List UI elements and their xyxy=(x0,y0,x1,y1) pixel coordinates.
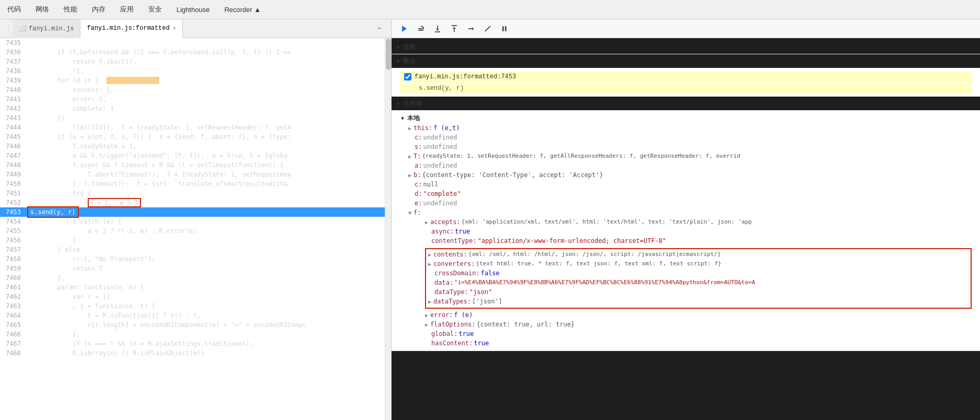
menu-item-recorder[interactable]: Recorder ▲ xyxy=(221,4,264,16)
scope-c: c: undefined xyxy=(408,133,972,143)
code-row-7449: 7449 T.abort("timeout"); T = {readyState… xyxy=(0,170,385,179)
scope-a: a: undefined xyxy=(408,161,972,171)
cd-key: crossDomain: xyxy=(434,270,480,277)
hc-key: hasContent: xyxy=(431,340,473,347)
code-lines-container: 7435 7436 if (f.beforeSend && (!1 === f.… xyxy=(0,38,385,420)
scope-f-datatype: dataType: "json" xyxy=(428,288,969,297)
converters-arrow[interactable]: ▶ xyxy=(428,260,431,267)
line-number-7445: 7445 xyxy=(0,132,25,142)
menu-item-memory[interactable]: 内存 xyxy=(89,3,109,16)
code-text-7438: !1; xyxy=(25,66,84,76)
watch-arrow: ▼ xyxy=(396,44,401,50)
scope-f: ▼ f: xyxy=(408,208,972,218)
code-text-7458: r(-1, "No Transport"); xyxy=(25,254,156,264)
scope-arrow: ▼ xyxy=(396,101,401,107)
app-wrapper: 代码 网络 性能 内存 应用 安全 Lighthouse Recorder ▲ … xyxy=(0,0,980,420)
b-arrow[interactable]: ▶ xyxy=(408,171,411,178)
line-number-7458: 7458 xyxy=(0,254,25,264)
ct-key: contentType: xyxy=(431,237,477,244)
line-number-7465: 7465 xyxy=(0,320,25,330)
menu-item-lighthouse[interactable]: Lighthouse xyxy=(173,4,213,16)
step-into-button[interactable] xyxy=(431,22,444,35)
this-arrow[interactable]: ▶ xyxy=(408,124,411,131)
accepts-arrow[interactable]: ▶ xyxy=(425,218,428,225)
resume-button[interactable] xyxy=(398,22,410,35)
breakpoints-header[interactable]: ▼ 断点 xyxy=(392,54,980,68)
line-number-7464: 7464 xyxy=(0,311,25,320)
menu-item-network[interactable]: 网络 xyxy=(32,3,52,16)
svg-line-12 xyxy=(485,26,490,31)
line-number-7448: 7448 xyxy=(0,160,25,170)
pause-on-exception-button[interactable] xyxy=(498,22,511,35)
local-scope-header[interactable]: ▼ 本地 xyxy=(400,112,972,124)
right-side: ▼ 监视 ▼ 断点 fanyi.min.js:formatted:7453 xyxy=(392,19,980,420)
code-row-7457: 7457 } else xyxy=(0,245,385,254)
step-out-button[interactable] xyxy=(448,22,461,35)
tab-close-button[interactable]: ✕ xyxy=(173,25,176,31)
drag-handle: ⋮ xyxy=(4,19,13,38)
datatypes-arrow[interactable]: ▶ xyxy=(428,298,431,305)
d-val: "complete" xyxy=(423,190,461,197)
scope-header[interactable]: ▼ 作用域 xyxy=(392,97,980,110)
c2-val: null xyxy=(423,181,438,188)
code-row-7456: 7456 } xyxy=(0,236,385,245)
left-side: ⋮ ⬜ fanyi.min.js fanyi.min.js:formatted … xyxy=(0,19,392,420)
tab-fanyi-min[interactable]: ⬜ fanyi.min.js xyxy=(13,19,80,38)
breakpoint-code-text: s.send(y, r) xyxy=(419,85,464,92)
code-row-7437: 7437 return T.abort(), xyxy=(0,57,385,66)
line-number-7454: 7454 xyxy=(0,217,25,226)
line-number-7449: 7449 xyxy=(0,170,25,179)
code-row-7468: 7468 R.isArray(n) || R.isPlainObject(e)) xyxy=(0,348,385,358)
scrollbar-track[interactable] xyxy=(385,38,391,420)
menu-item-security[interactable]: 安全 xyxy=(145,3,165,16)
d-key: d: xyxy=(415,190,422,197)
error-arrow[interactable]: ▶ xyxy=(425,311,428,318)
menu-item-code[interactable]: 代码 xyxy=(4,3,24,16)
breakpoints-content: fanyi.min.js:formatted:7453 s.send(y, r) xyxy=(392,68,980,96)
contents-arrow[interactable]: ▶ xyxy=(428,251,431,258)
code-text-7441: error: 1, xyxy=(25,95,107,104)
contents-key: contents: xyxy=(433,251,467,258)
line-number-7444: 7444 xyxy=(0,123,25,132)
menu-item-application[interactable]: 应用 xyxy=(117,3,137,16)
accepts-key: accepts: xyxy=(430,218,461,226)
code-text-7439: for (d in { d = "complete" xyxy=(25,76,159,85)
code-text-7445: if (s = x(ot, f, n, T)) { s = {send: f, … xyxy=(25,132,291,142)
code-text-7451: try { xyxy=(25,189,91,198)
data-key: data: xyxy=(434,279,453,286)
code-row-7447: 7447 u && h.trigger("ajaxSend", [T, f]),… xyxy=(0,151,385,160)
file-icon: ⬜ xyxy=(19,25,27,32)
scrollbar-thumb[interactable] xyxy=(386,39,391,70)
line-number-7463: 7463 xyxy=(0,301,25,311)
tab-more-button[interactable]: ⋯ xyxy=(372,21,387,36)
code-text-7460: }, xyxy=(25,273,65,283)
breakpoint-checkbox-1[interactable] xyxy=(404,73,411,80)
watch-label: 监视 xyxy=(403,43,416,52)
code-row-7446: 7446 T.readyState = 1, xyxy=(0,142,385,151)
flat-key: flatOptions: xyxy=(430,321,476,328)
T-arrow[interactable]: ▶ xyxy=(408,153,411,159)
code-highlight-w: w = 1, w = 1 xyxy=(88,198,141,207)
code-text-7448: f.async && f.timeout > 0 && (l = setTime… xyxy=(25,160,284,170)
global-val: true xyxy=(459,330,474,337)
deactivate-breakpoints-button[interactable] xyxy=(481,22,494,35)
code-text-7443: }) xyxy=(25,113,65,123)
converters-key: converters: xyxy=(433,260,475,267)
f-arrow[interactable]: ▼ xyxy=(408,209,411,216)
cd-val: false xyxy=(481,270,500,277)
data-val: "i=%E4%BA%BA%E7%94%9F%E8%8B%A6%E7%9F%AD%… xyxy=(454,279,755,286)
code-row-7440: 7440 success: 1, xyxy=(0,85,385,95)
code-text-7464: t = R.isFunction(t) ? t() : t, xyxy=(25,311,200,320)
code-text-7457: } else xyxy=(25,245,80,254)
dt-key: dataType: xyxy=(434,288,468,296)
flat-arrow[interactable]: ▶ xyxy=(425,321,428,328)
menu-item-performance[interactable]: 性能 xyxy=(61,3,80,16)
code-row-7463: 7463 , i = function(e, t) { xyxy=(0,301,385,311)
tab-fanyi-formatted[interactable]: fanyi.min.js:formatted ✕ xyxy=(80,19,183,38)
step-over-button[interactable] xyxy=(415,22,427,35)
tab-label-2: fanyi.min.js:formatted xyxy=(87,25,169,32)
line-number-7468: 7468 xyxy=(0,348,25,358)
step-button[interactable] xyxy=(465,22,477,35)
scope-f-error: ▶ error: f (e) xyxy=(425,311,972,320)
watch-header[interactable]: ▼ 监视 xyxy=(392,40,980,54)
